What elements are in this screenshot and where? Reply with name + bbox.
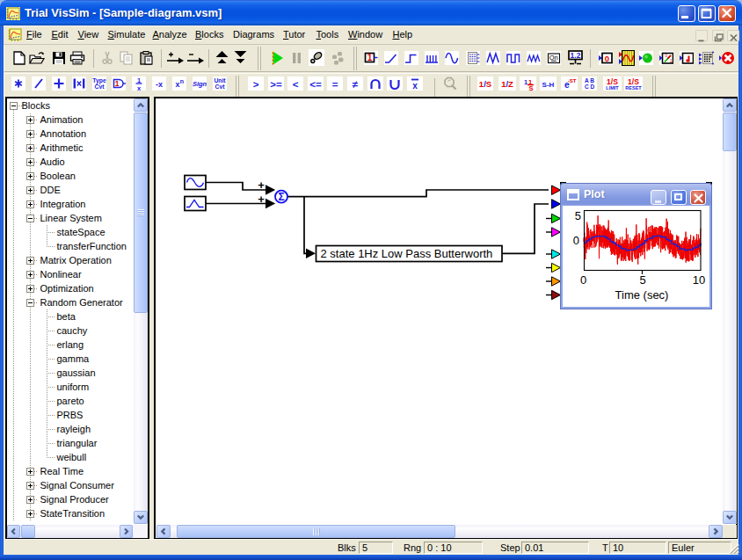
svg-text:-x: -x (156, 80, 163, 89)
svg-text:-ST: -ST (568, 78, 577, 84)
svg-text:1/S: 1/S (479, 79, 491, 89)
svg-text:2 state 1Hz Low Pass Butterwor: 2 state 1Hz Low Pass Butterworth (321, 247, 493, 260)
svg-text:0: 0 (580, 273, 586, 287)
svg-text:Σ: Σ (278, 191, 284, 203)
svg-text:1/Z: 1/Z (501, 79, 513, 89)
svg-text:Cvt: Cvt (95, 84, 105, 90)
svg-text:=: = (332, 79, 338, 90)
svg-text:x: x (175, 80, 179, 89)
svg-text:n: n (180, 78, 184, 84)
svg-text:>=: >= (270, 79, 282, 90)
svg-text:+: + (258, 193, 265, 206)
svg-text:RESET: RESET (625, 85, 642, 91)
svg-text:On: On (549, 54, 558, 62)
svg-text:+: + (258, 178, 265, 192)
svg-text:Cvt: Cvt (215, 84, 226, 90)
svg-text:1: 1 (367, 53, 373, 62)
svg-text:1: 1 (524, 78, 527, 86)
svg-text:S-H: S-H (542, 81, 555, 89)
svg-text:LIMIT: LIMIT (606, 85, 619, 91)
svg-text:1.2: 1.2 (571, 51, 581, 60)
svg-text:5: 5 (575, 209, 581, 222)
svg-text:0: 0 (605, 54, 609, 63)
svg-text:C D: C D (585, 84, 595, 90)
svg-text:0: 0 (573, 234, 579, 247)
svg-text:x: x (412, 81, 418, 91)
svg-text:Sign: Sign (193, 80, 207, 88)
svg-text:5: 5 (639, 273, 645, 287)
svg-text:<: < (293, 79, 299, 90)
svg-text:A B: A B (585, 77, 594, 84)
svg-text:1: 1 (115, 79, 120, 88)
svg-text:Time (sec): Time (sec) (615, 288, 669, 302)
svg-text:10: 10 (693, 273, 705, 287)
svg-text:S: S (529, 84, 534, 91)
svg-text:≠: ≠ (353, 79, 359, 90)
svg-text:<=: <= (309, 79, 322, 90)
svg-text:>: > (253, 79, 259, 90)
svg-text:Unit: Unit (214, 77, 226, 84)
